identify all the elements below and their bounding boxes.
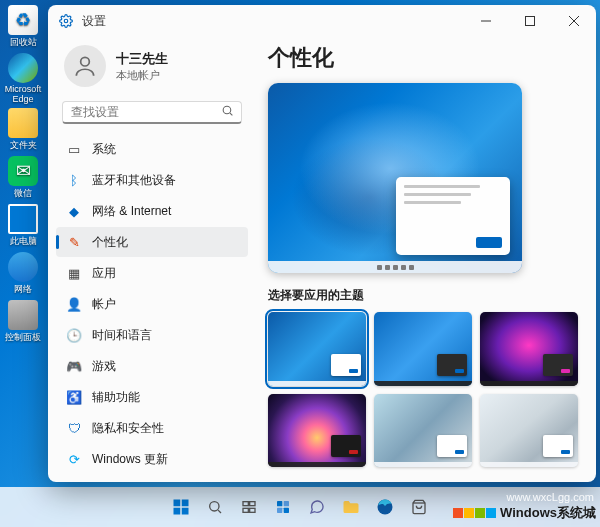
sidebar-item-network[interactable]: ◆网络 & Internet <box>56 196 248 226</box>
preview-taskbar <box>268 261 522 273</box>
sidebar-item-accessibility[interactable]: ♿辅助功能 <box>56 382 248 412</box>
svg-rect-10 <box>174 508 181 515</box>
search-input[interactable] <box>71 105 221 119</box>
sidebar-item-label: 应用 <box>92 265 116 282</box>
personalization-icon: ✎ <box>66 234 82 250</box>
svg-rect-2 <box>526 17 535 26</box>
sidebar-item-time[interactable]: 🕒时间和语言 <box>56 320 248 350</box>
bluetooth-icon: ᛒ <box>66 172 82 188</box>
theme-preview[interactable] <box>268 83 522 273</box>
desktop-icon-ctrl[interactable]: 控制面板 <box>4 300 42 344</box>
svg-rect-16 <box>243 508 248 512</box>
desktop-icon-net[interactable]: 网络 <box>4 252 42 296</box>
page-title: 个性化 <box>268 43 578 73</box>
sidebar-item-system[interactable]: ▭系统 <box>56 134 248 164</box>
svg-point-6 <box>223 106 231 114</box>
theme-tile-t3[interactable] <box>480 312 578 386</box>
account-type: 本地帐户 <box>116 68 168 83</box>
sidebar-item-update[interactable]: ⟳Windows 更新 <box>56 444 248 474</box>
chat-icon[interactable] <box>303 493 331 521</box>
content-area: 个性化 选择要应用的主题 <box>256 37 596 482</box>
sidebar-item-label: Windows 更新 <box>92 451 168 468</box>
sidebar-item-gaming[interactable]: 🎮游戏 <box>56 351 248 381</box>
sidebar-item-personalization[interactable]: ✎个性化 <box>56 227 248 257</box>
theme-tile-t6[interactable] <box>480 394 578 468</box>
sidebar-item-label: 帐户 <box>92 296 116 313</box>
svg-rect-18 <box>277 501 282 506</box>
pc-icon <box>8 204 38 234</box>
desktop-icon-recycle[interactable]: ♻回收站 <box>4 5 42 49</box>
gaming-icon: 🎮 <box>66 358 82 374</box>
svg-line-7 <box>230 113 232 115</box>
search-box[interactable] <box>62 101 242 124</box>
sidebar-item-privacy[interactable]: 🛡隐私和安全性 <box>56 413 248 443</box>
svg-point-5 <box>81 57 90 66</box>
svg-rect-14 <box>243 502 248 506</box>
account-block[interactable]: 十三先生 本地帐户 <box>56 41 248 97</box>
desktop-icon-pc[interactable]: 此电脑 <box>4 204 42 248</box>
accessibility-icon: ♿ <box>66 389 82 405</box>
system-icon: ▭ <box>66 141 82 157</box>
task-view-icon[interactable] <box>235 493 263 521</box>
minimize-button[interactable] <box>464 5 508 37</box>
titlebar: 设置 <box>48 5 596 37</box>
sidebar-item-label: 网络 & Internet <box>92 203 171 220</box>
svg-rect-19 <box>284 501 289 506</box>
sidebar-item-bluetooth[interactable]: ᛒ蓝牙和其他设备 <box>56 165 248 195</box>
theme-tile-t1[interactable] <box>268 312 366 386</box>
preview-mini-window <box>396 177 510 255</box>
sidebar-item-label: 辅助功能 <box>92 389 140 406</box>
svg-point-12 <box>210 502 219 511</box>
edge-taskbar-icon[interactable] <box>371 493 399 521</box>
recycle-icon: ♻ <box>8 5 38 35</box>
svg-line-13 <box>218 510 221 513</box>
themes-section-label: 选择要应用的主题 <box>268 287 578 304</box>
svg-rect-8 <box>174 500 181 507</box>
svg-rect-17 <box>250 508 255 512</box>
theme-tile-t4[interactable] <box>268 394 366 468</box>
sidebar-item-label: 游戏 <box>92 358 116 375</box>
desktop-icons: ♻回收站Microsoft Edge文件夹✉微信此电脑网络控制面板 <box>4 5 42 344</box>
watermark-logo-icon <box>453 508 496 518</box>
theme-grid <box>268 312 578 467</box>
network-icon: ◆ <box>66 203 82 219</box>
sidebar-item-apps[interactable]: ▦应用 <box>56 258 248 288</box>
svg-rect-15 <box>250 502 255 506</box>
svg-rect-11 <box>182 508 189 515</box>
store-icon[interactable] <box>405 493 433 521</box>
desktop-icon-folder[interactable]: 文件夹 <box>4 108 42 152</box>
maximize-button[interactable] <box>508 5 552 37</box>
widgets-icon[interactable] <box>269 493 297 521</box>
privacy-icon: 🛡 <box>66 420 82 436</box>
net-icon <box>8 252 38 282</box>
desktop-icon-edge[interactable]: Microsoft Edge <box>4 53 42 104</box>
sidebar: 十三先生 本地帐户 ▭系统ᛒ蓝牙和其他设备◆网络 & Internet✎个性化▦… <box>48 37 256 482</box>
accounts-icon: 👤 <box>66 296 82 312</box>
desktop-icon-wechat[interactable]: ✉微信 <box>4 156 42 200</box>
theme-tile-t5[interactable] <box>374 394 472 468</box>
folder-icon <box>8 108 38 138</box>
ctrl-icon <box>8 300 38 330</box>
svg-point-0 <box>64 19 68 23</box>
sidebar-item-label: 系统 <box>92 141 116 158</box>
sidebar-item-label: 个性化 <box>92 234 128 251</box>
update-icon: ⟳ <box>66 451 82 467</box>
sidebar-item-label: 隐私和安全性 <box>92 420 164 437</box>
window-title: 设置 <box>82 13 106 30</box>
file-explorer-icon[interactable] <box>337 493 365 521</box>
sidebar-item-label: 时间和语言 <box>92 327 152 344</box>
sidebar-item-accounts[interactable]: 👤帐户 <box>56 289 248 319</box>
watermark: Windows系统城 <box>449 502 600 524</box>
search-icon <box>221 104 234 120</box>
start-button[interactable] <box>167 493 195 521</box>
settings-window: 设置 十三先生 本地帐户 ▭系统ᛒ蓝牙和其他设备◆网络 & <box>48 5 596 482</box>
close-button[interactable] <box>552 5 596 37</box>
wechat-icon: ✉ <box>8 156 38 186</box>
settings-app-icon <box>58 13 74 29</box>
svg-rect-9 <box>182 500 189 507</box>
theme-tile-t2[interactable] <box>374 312 472 386</box>
sidebar-nav: ▭系统ᛒ蓝牙和其他设备◆网络 & Internet✎个性化▦应用👤帐户🕒时间和语… <box>56 134 248 474</box>
taskbar-search-icon[interactable] <box>201 493 229 521</box>
svg-rect-20 <box>277 508 282 513</box>
edge-icon <box>8 53 38 83</box>
